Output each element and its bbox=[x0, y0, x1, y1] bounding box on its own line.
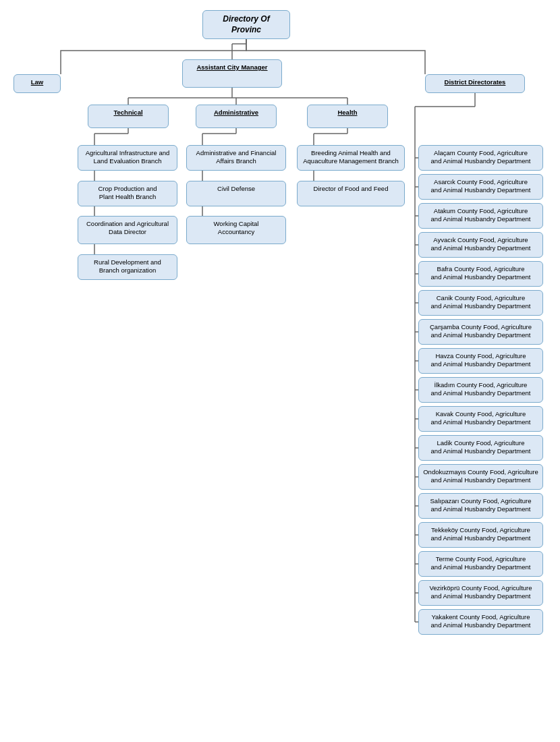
node-root: Directory Of Provinc bbox=[202, 10, 290, 39]
node-ondokuzmayis: Ondokuzmayıs County Food, Agriculture an… bbox=[418, 464, 543, 490]
node-food_feed: Director of Food and Feed bbox=[297, 181, 405, 206]
node-agri_infra: Agricultural Infrastructure and Land Eva… bbox=[78, 145, 177, 171]
node-district: District Directorates bbox=[425, 74, 525, 93]
node-kavak: Kavak County Food, Agriculture and Anima… bbox=[418, 406, 543, 432]
node-breeding: Breeding Animal Health and Aquaculture M… bbox=[297, 145, 405, 171]
node-assistant: Assistant City Manager bbox=[182, 59, 282, 88]
node-bafra: Bafra County Food, Agriculture and Anima… bbox=[418, 261, 543, 287]
node-ayvacik: Ayvacık County Food, Agriculture and Ani… bbox=[418, 232, 543, 258]
node-vezirkopru: Vezirköprü County Food, Agriculture and … bbox=[418, 580, 543, 606]
node-atakum: Atakum County Food, Agriculture and Anim… bbox=[418, 203, 543, 229]
node-canik: Canik County Food, Agriculture and Anima… bbox=[418, 290, 543, 316]
node-admin_financial: Administrative and Financial Affairs Bra… bbox=[186, 145, 286, 171]
node-asarcik: Asarcık County Food, Agriculture and Ani… bbox=[418, 174, 543, 200]
node-working_capital: Working Capital Accountancy bbox=[186, 216, 286, 244]
org-chart: Directory Of ProvincLawAssistant City Ma… bbox=[0, 0, 560, 13]
node-administrative: Administrative bbox=[196, 105, 277, 128]
node-salipazari: Salıpazarı County Food, Agriculture and … bbox=[418, 493, 543, 519]
node-ladik: Ladik County Food, Agriculture and Anima… bbox=[418, 435, 543, 461]
node-technical: Technical bbox=[88, 105, 169, 128]
node-carsamba: Çarşamba County Food, Agriculture and An… bbox=[418, 319, 543, 345]
node-tekkeköy: Tekkeköy County Food, Agriculture and An… bbox=[418, 522, 543, 548]
node-law: Law bbox=[13, 74, 61, 93]
node-terme: Terme County Food, Agriculture and Anima… bbox=[418, 551, 543, 577]
node-civil_defense: Civil Defense bbox=[186, 181, 286, 206]
node-crop: Crop Production and Plant Health Branch bbox=[78, 181, 177, 206]
node-yakakent: Yakakent County Food, Agriculture and An… bbox=[418, 609, 543, 635]
node-health: Health bbox=[307, 105, 388, 128]
node-havza: Havza County Food, Agriculture and Anima… bbox=[418, 348, 543, 374]
node-rural: Rural Development and Branch organizatio… bbox=[78, 254, 177, 280]
node-ilkadim: İlkadım County Food, Agriculture and Ani… bbox=[418, 377, 543, 403]
node-coord: Coordination and Agricultural Data Direc… bbox=[78, 216, 177, 244]
node-alacam: Alaçam County Food, Agriculture and Anim… bbox=[418, 145, 543, 171]
